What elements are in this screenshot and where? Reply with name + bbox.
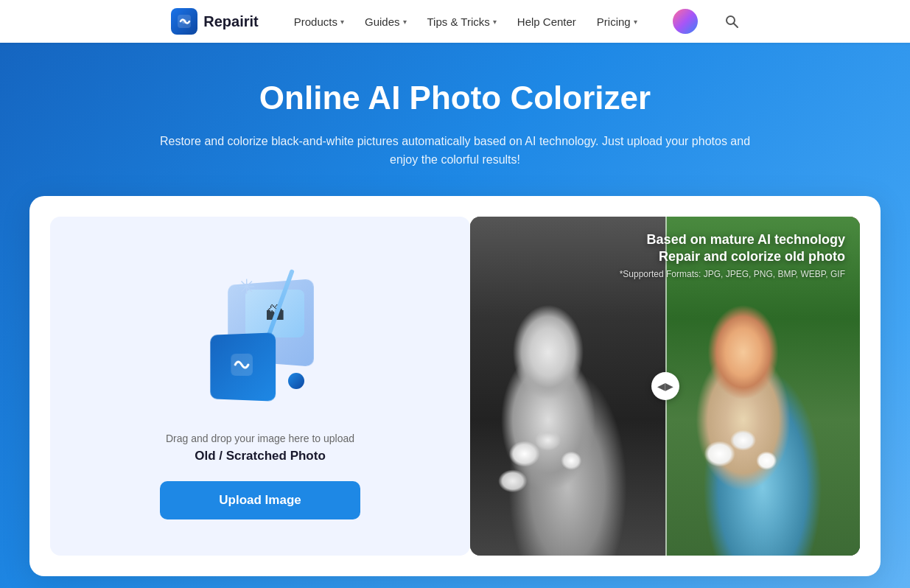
chevron-down-icon: ▾: [634, 18, 637, 26]
formats-label: *Supported Formats:: [620, 269, 701, 279]
illus-star-icon: ✳: [238, 275, 255, 299]
logo-link[interactable]: Repairit: [171, 8, 258, 35]
nav-item-pricing[interactable]: Pricing ▾: [588, 10, 646, 34]
illustration-container: ✳: [179, 253, 341, 415]
main-card: ✳ Drag and drop your image here: [29, 196, 881, 576]
nav-item-products[interactable]: Products ▾: [285, 10, 353, 34]
illus-logo-q: [229, 351, 255, 383]
logo-text: Repairit: [203, 13, 258, 30]
hero-section: Online AI Photo Colorizer Restore and co…: [0, 43, 910, 588]
preview-title-line1: Based on mature AI technology: [620, 231, 845, 248]
chevron-down-icon: ▾: [403, 18, 407, 26]
chevron-down-icon: ▾: [493, 18, 497, 26]
nav-links: Products ▾ Guides ▾ Tips & Tricks ▾ Help…: [285, 10, 646, 34]
nav-label-products: Products: [294, 15, 337, 28]
preview-formats-label: *Supported Formats: JPG, JPEG, PNG, BMP,…: [620, 269, 845, 279]
nav-label-pricing: Pricing: [597, 15, 631, 28]
avatar[interactable]: [673, 9, 698, 34]
upload-illustration: ✳: [179, 253, 341, 415]
before-after-container: ◀▶ Based on mature AI technology Repair …: [470, 217, 860, 556]
svg-point-1: [182, 19, 186, 24]
illus-box-front: [210, 332, 276, 402]
illus-circle-icon: [288, 373, 304, 389]
logo-icon: [171, 8, 197, 35]
search-icon[interactable]: [724, 14, 739, 29]
chevron-down-icon: ▾: [340, 18, 344, 26]
before-after-handle[interactable]: ◀▶: [651, 372, 679, 400]
nav-item-help-center[interactable]: Help Center: [508, 10, 585, 34]
svg-line-3: [733, 24, 738, 28]
hero-title: Online AI Photo Colorizer: [15, 80, 895, 117]
upload-panel: ✳ Drag and drop your image here: [50, 217, 470, 556]
color-flowers: [685, 386, 802, 522]
preview-title-line2: Repair and colorize old photo: [620, 248, 845, 265]
formats-list: JPG, JPEG, PNG, BMP, WEBP, GIF: [704, 269, 845, 279]
bw-flowers: [489, 386, 606, 522]
nav-label-guides: Guides: [365, 15, 400, 28]
preview-overlay: Based on mature AI technology Repair and…: [620, 231, 845, 279]
drag-drop-text: Drag and drop your image here to upload: [166, 433, 354, 444]
hero-subtitle: Restore and colorize black-and-white pic…: [153, 132, 757, 169]
preview-panel: ◀▶ Based on mature AI technology Repair …: [470, 217, 860, 556]
photo-type-label: Old / Scratched Photo: [195, 449, 326, 463]
nav-item-tips-tricks[interactable]: Tips & Tricks ▾: [419, 10, 505, 34]
upload-image-button[interactable]: Upload Image: [160, 481, 360, 519]
nav-label-tips-tricks: Tips & Tricks: [427, 15, 490, 28]
nav-item-guides[interactable]: Guides ▾: [356, 10, 416, 34]
nav-label-help-center: Help Center: [517, 15, 576, 28]
navbar: Repairit Products ▾ Guides ▾ Tips & Tric…: [0, 0, 910, 43]
